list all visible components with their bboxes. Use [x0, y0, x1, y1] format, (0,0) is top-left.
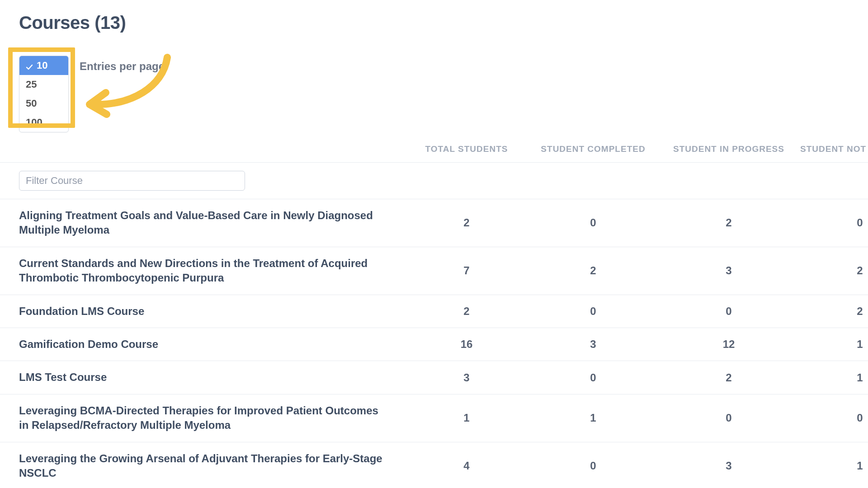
entries-option-10[interactable]: 10	[19, 56, 68, 75]
table-row: Gamification Demo Course163121	[0, 328, 868, 361]
table-row: Leveraging BCMA-Directed Therapies for I…	[0, 394, 868, 442]
cell-completed: 0	[525, 460, 661, 472]
cell-in_progress: 3	[661, 264, 797, 277]
cell-completed: 1	[525, 412, 661, 424]
cell-not_started: 0	[797, 412, 868, 424]
cell-not_started: 2	[797, 264, 868, 277]
page-title: Courses (13)	[0, 13, 868, 33]
course-name-link[interactable]: Foundation LMS Course	[19, 304, 408, 319]
cell-in_progress: 0	[661, 412, 797, 424]
check-icon	[26, 62, 33, 69]
cell-in_progress: 3	[661, 460, 797, 472]
cell-completed: 0	[525, 371, 661, 384]
entries-option-label: 10	[37, 60, 47, 71]
cell-not_started: 1	[797, 371, 868, 384]
cell-not_started: 1	[797, 460, 868, 472]
cell-in_progress: 12	[661, 338, 797, 351]
entries-option-label: 100	[26, 117, 42, 128]
cell-not_started: 2	[797, 305, 868, 318]
col-header-student-completed[interactable]: STUDENT COMPLETED	[525, 136, 661, 162]
course-name-link[interactable]: LMS Test Course	[19, 370, 408, 385]
cell-completed: 3	[525, 338, 661, 351]
cell-completed: 0	[525, 216, 661, 229]
cell-in_progress: 2	[661, 371, 797, 384]
cell-not_started: 1	[797, 338, 868, 351]
cell-completed: 2	[525, 264, 661, 277]
cell-total: 2	[408, 305, 525, 318]
entries-option-50[interactable]: 50	[19, 94, 68, 113]
table-row: Aligning Treatment Goals and Value-Based…	[0, 199, 868, 247]
table-row: LMS Test Course3021	[0, 361, 868, 394]
cell-in_progress: 2	[661, 216, 797, 229]
filter-course-input[interactable]	[19, 171, 245, 191]
table-row: Leveraging the Growing Arsenal of Adjuva…	[0, 442, 868, 488]
col-header-total-students[interactable]: TOTAL STUDENTS	[408, 136, 525, 162]
course-name-link[interactable]: Leveraging BCMA-Directed Therapies for I…	[19, 404, 408, 433]
course-name-link[interactable]: Leveraging the Growing Arsenal of Adjuva…	[19, 451, 408, 481]
entries-option-100[interactable]: 100	[19, 113, 68, 132]
col-header-name[interactable]	[19, 141, 408, 157]
entries-per-page-dropdown[interactable]: 10 25 50 100	[19, 56, 69, 132]
cell-not_started: 0	[797, 216, 868, 229]
cell-in_progress: 0	[661, 305, 797, 318]
course-name-link[interactable]: Gamification Demo Course	[19, 337, 408, 352]
table-row: Current Standards and New Directions in …	[0, 247, 868, 295]
course-name-link[interactable]: Current Standards and New Directions in …	[19, 256, 408, 286]
course-name-link[interactable]: Aligning Treatment Goals and Value-Based…	[19, 208, 408, 238]
cell-total: 16	[408, 338, 525, 351]
entries-option-label: 25	[26, 79, 37, 90]
cell-total: 7	[408, 264, 525, 277]
cell-total: 4	[408, 460, 525, 472]
table-header-row: TOTAL STUDENTS STUDENT COMPLETED STUDENT…	[0, 136, 868, 162]
entries-per-page-label: Entries per page	[80, 60, 165, 73]
cell-total: 3	[408, 371, 525, 384]
cell-completed: 0	[525, 305, 661, 318]
entries-option-25[interactable]: 25	[19, 75, 68, 94]
table-row: Foundation LMS Course2002	[0, 295, 868, 328]
cell-total: 1	[408, 412, 525, 424]
col-header-student-in-progress[interactable]: STUDENT IN PROGRESS	[661, 136, 797, 162]
cell-total: 2	[408, 216, 525, 229]
entries-option-label: 50	[26, 98, 37, 109]
col-header-student-not-yet-started[interactable]: STUDENT NOT YET STARTED	[797, 136, 868, 162]
